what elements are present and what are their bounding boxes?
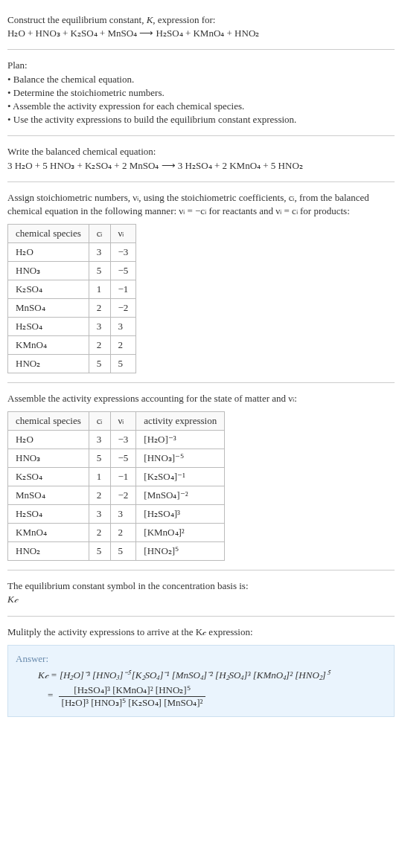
prompt-suffix: , expression for: bbox=[153, 14, 215, 25]
table-row: KMnO₄22 bbox=[8, 336, 136, 355]
col-species: chemical species bbox=[8, 412, 89, 431]
stoich-table: chemical species cᵢ νᵢ H₂O3−3 HNO₃5−5 K₂… bbox=[7, 224, 136, 373]
plan-item: • Assemble the activity expression for e… bbox=[7, 100, 395, 113]
col-activity: activity expression bbox=[136, 412, 225, 431]
cell-species: HNO₂ bbox=[8, 355, 89, 373]
col-ci: cᵢ bbox=[89, 412, 110, 431]
cell-species: K₂SO₄ bbox=[8, 468, 89, 486]
cell-v: −1 bbox=[110, 280, 136, 299]
cell-species: HNO₂ bbox=[8, 542, 89, 561]
cell-v: −2 bbox=[110, 299, 136, 318]
cell-v: 3 bbox=[110, 505, 136, 524]
cell-activity: [KMnO₄]² bbox=[136, 524, 225, 542]
table-row: H₂O3−3 bbox=[8, 243, 136, 262]
cell-c: 3 bbox=[89, 243, 110, 262]
plan-item: • Use the activity expressions to build … bbox=[7, 113, 395, 126]
plan-item: • Determine the stoichiometric numbers. bbox=[7, 86, 395, 100]
col-species: chemical species bbox=[8, 225, 89, 243]
cell-v: −1 bbox=[110, 468, 136, 486]
cell-species: HNO₃ bbox=[8, 449, 89, 468]
table-row: MnSO₄2−2[MnSO₄]⁻² bbox=[8, 486, 225, 505]
col-vi: νᵢ bbox=[110, 225, 136, 243]
cell-c: 2 bbox=[89, 336, 110, 355]
cell-c: 5 bbox=[89, 542, 110, 561]
cell-species: K₂SO₄ bbox=[8, 280, 89, 299]
cell-activity: [MnSO₄]⁻² bbox=[136, 486, 225, 505]
kc-expression: K𝒸 = [H₂O]⁻³ [HNO₃]⁻⁵ [K₂SO₄]⁻¹ [MnSO₄]⁻… bbox=[38, 669, 329, 681]
col-ci: cᵢ bbox=[89, 225, 110, 243]
cell-species: HNO₃ bbox=[8, 262, 89, 280]
cell-v: 2 bbox=[110, 336, 136, 355]
table-row: MnSO₄2−2 bbox=[8, 299, 136, 318]
activity-intro: Assemble the activity expressions accoun… bbox=[7, 392, 395, 405]
table-row: H₂SO₄33 bbox=[8, 318, 136, 336]
Kc-symbol: K𝒸 bbox=[7, 593, 395, 606]
answer-line1: K𝒸 = [H₂O]⁻³ [HNO₃]⁻⁵ [K₂SO₄]⁻¹ [MnSO₄]⁻… bbox=[16, 669, 386, 681]
problem-statement: Construct the equilibrium constant, K, e… bbox=[7, 13, 395, 40]
cell-c: 2 bbox=[89, 524, 110, 542]
table-row: KMnO₄22[KMnO₄]² bbox=[8, 524, 225, 542]
col-vi: νᵢ bbox=[110, 412, 136, 431]
balanced-equation: 3 H₂O + 5 HNO₃ + K₂SO₄ + 2 MnSO₄ ⟶ 3 H₂S… bbox=[7, 159, 395, 173]
table-row: HNO₃5−5 bbox=[8, 262, 136, 280]
cell-v: −5 bbox=[110, 449, 136, 468]
table-row: H₂SO₄33[H₂SO₄]³ bbox=[8, 505, 225, 524]
cell-c: 2 bbox=[89, 486, 110, 505]
table-row: HNO₂55 bbox=[8, 355, 136, 373]
cell-c: 2 bbox=[89, 299, 110, 318]
table-row: H₂O3−3[H₂O]⁻³ bbox=[8, 431, 225, 449]
cell-species: KMnO₄ bbox=[8, 336, 89, 355]
answer-label: Answer: bbox=[16, 653, 386, 665]
table-row: K₂SO₄1−1[K₂SO₄]⁻¹ bbox=[8, 468, 225, 486]
plan-label: Plan: bbox=[7, 59, 395, 72]
cell-v: 5 bbox=[110, 542, 136, 561]
plan-item: • Balance the chemical equation. bbox=[7, 73, 395, 86]
cell-c: 3 bbox=[89, 431, 110, 449]
cell-v: 2 bbox=[110, 524, 136, 542]
balanced-section: Write the balanced chemical equation: 3 … bbox=[7, 145, 395, 172]
answer-box: Answer: K𝒸 = [H₂O]⁻³ [HNO₃]⁻⁵ [K₂SO₄]⁻¹ … bbox=[7, 645, 395, 717]
unbalanced-equation: H₂O + HNO₃ + K₂SO₄ + MnSO₄ ⟶ H₂SO₄ + KMn… bbox=[7, 28, 259, 39]
fraction-denominator: [H₂O]³ [HNO₃]⁵ [K₂SO₄] [MnSO₄]² bbox=[59, 697, 206, 709]
cell-v: 3 bbox=[110, 318, 136, 336]
cell-species: H₂SO₄ bbox=[8, 505, 89, 524]
equals-sign: = bbox=[48, 689, 56, 701]
cell-activity: [K₂SO₄]⁻¹ bbox=[136, 468, 225, 486]
symbol-section: The equilibrium constant symbol in the c… bbox=[7, 579, 395, 606]
cell-c: 1 bbox=[89, 468, 110, 486]
cell-c: 5 bbox=[89, 449, 110, 468]
cell-v: −5 bbox=[110, 262, 136, 280]
cell-species: H₂SO₄ bbox=[8, 318, 89, 336]
stoich-intro: Assign stoichiometric numbers, νᵢ, using… bbox=[7, 191, 395, 218]
cell-activity: [HNO₂]⁵ bbox=[136, 542, 225, 561]
cell-activity: [HNO₃]⁻⁵ bbox=[136, 449, 225, 468]
cell-c: 1 bbox=[89, 280, 110, 299]
cell-c: 3 bbox=[89, 318, 110, 336]
cell-c: 5 bbox=[89, 262, 110, 280]
prompt-prefix: Construct the equilibrium constant, bbox=[7, 14, 147, 25]
cell-activity: [H₂O]⁻³ bbox=[136, 431, 225, 449]
answer-fraction: = [H₂SO₄]³ [KMnO₄]² [HNO₂]⁵ [H₂O]³ [HNO₃… bbox=[16, 684, 386, 709]
fraction-numerator: [H₂SO₄]³ [KMnO₄]² [HNO₂]⁵ bbox=[59, 684, 206, 697]
cell-v: −3 bbox=[110, 243, 136, 262]
cell-c: 5 bbox=[89, 355, 110, 373]
cell-v: −3 bbox=[110, 431, 136, 449]
cell-species: H₂O bbox=[8, 431, 89, 449]
table-row: HNO₂55[HNO₂]⁵ bbox=[8, 542, 225, 561]
cell-species: MnSO₄ bbox=[8, 299, 89, 318]
cell-species: MnSO₄ bbox=[8, 486, 89, 505]
symbol-text: The equilibrium constant symbol in the c… bbox=[7, 579, 395, 593]
cell-activity: [H₂SO₄]³ bbox=[136, 505, 225, 524]
cell-v: 5 bbox=[110, 355, 136, 373]
multiply-text: Mulitply the activity expressions to arr… bbox=[7, 626, 395, 639]
cell-v: −2 bbox=[110, 486, 136, 505]
plan-section: Plan: • Balance the chemical equation. •… bbox=[7, 59, 395, 126]
cell-species: KMnO₄ bbox=[8, 524, 89, 542]
activity-table: chemical species cᵢ νᵢ activity expressi… bbox=[7, 411, 225, 561]
cell-species: H₂O bbox=[8, 243, 89, 262]
table-row: HNO₃5−5[HNO₃]⁻⁵ bbox=[8, 449, 225, 468]
table-row: K₂SO₄1−1 bbox=[8, 280, 136, 299]
cell-c: 3 bbox=[89, 505, 110, 524]
balanced-label: Write the balanced chemical equation: bbox=[7, 145, 395, 158]
